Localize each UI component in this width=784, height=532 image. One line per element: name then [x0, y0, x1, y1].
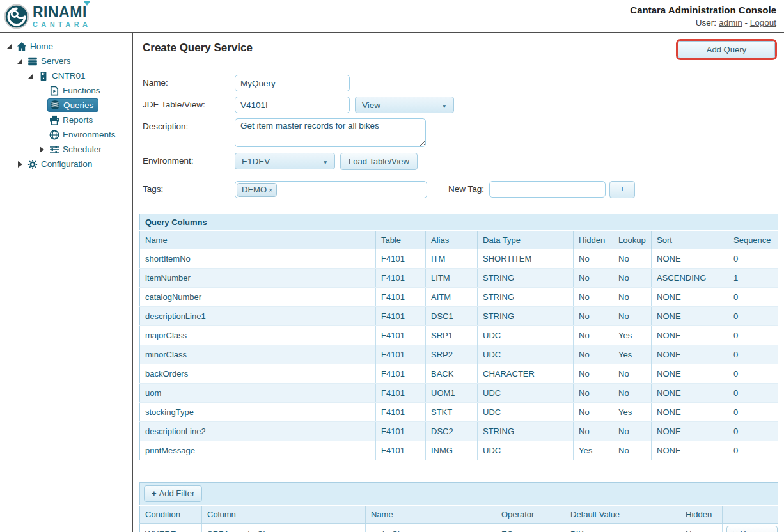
tags-row: Tags: DEMO × New Tag: +: [139, 181, 778, 198]
cell: UDC: [478, 403, 574, 422]
collapse-arrow-icon[interactable]: [27, 72, 36, 80]
tags-label: Tags:: [143, 181, 235, 194]
cell: SRP1 - majorClass: [202, 524, 366, 532]
add-filter-button[interactable]: +Add Filter: [144, 485, 202, 502]
cell: UDC: [478, 441, 574, 460]
table-view-input[interactable]: [235, 97, 350, 113]
app-header: RINAMI CANTARA Cantara Administration Co…: [0, 0, 784, 33]
cell: 0: [728, 288, 778, 307]
user-link[interactable]: admin: [719, 18, 742, 27]
cell: ASCENDING: [652, 269, 728, 288]
cell: No: [574, 384, 613, 403]
filters-toolbar: +Add Filter: [140, 483, 778, 506]
cell: No: [613, 269, 652, 288]
table-view-row: JDE Table/View: View: [139, 97, 778, 113]
new-tag-label: New Tag:: [448, 181, 484, 194]
cell: WHERE: [140, 524, 202, 532]
cell: NONE: [652, 441, 728, 460]
query-column-row[interactable]: stockingTypeF4101STKTUDCNoYesNONE0: [140, 403, 778, 422]
rinami-logo-icon: [4, 4, 29, 29]
environments-icon: [49, 130, 59, 140]
column-header: Data Type: [478, 231, 574, 249]
cell: itemNumber: [140, 269, 376, 288]
user-separator: -: [744, 18, 748, 27]
environment-value: E1DEV: [242, 157, 270, 166]
description-row: Description: Get item master records for…: [139, 118, 778, 147]
logo-triangle-icon: [84, 1, 90, 6]
cell: No: [613, 288, 652, 307]
sidebar-item-scheduler[interactable]: Scheduler: [0, 142, 132, 157]
query-column-row[interactable]: catalogNumberF4101AITMSTRINGNoNoNONE0: [140, 288, 778, 307]
logo[interactable]: RINAMI CANTARA: [4, 0, 91, 32]
query-column-row[interactable]: majorClassF4101SRP1UDCNoYesNONE0: [140, 326, 778, 345]
query-column-row[interactable]: descriptionLine2F4101DSC2STRINGNoNoNONE0: [140, 422, 778, 441]
cell: No: [574, 249, 613, 269]
sidebar-item-cntr01[interactable]: CNTR01: [0, 68, 132, 83]
collapse-arrow-icon[interactable]: [16, 58, 26, 65]
cell: printMessage: [140, 441, 376, 460]
tags-input[interactable]: DEMO ×: [235, 181, 427, 198]
add-tag-button[interactable]: +: [609, 181, 635, 198]
new-tag-input[interactable]: [489, 181, 606, 198]
name-input[interactable]: [235, 75, 350, 91]
table-view-type-value: View: [362, 100, 380, 110]
cell: majorClass: [366, 524, 496, 532]
cell: Yes: [613, 403, 652, 422]
title-row: Create Query Service Add Query: [139, 39, 778, 58]
query-column-row[interactable]: descriptionLine1F4101DSC1STRINGNoNoNONE0: [140, 307, 778, 326]
cell: NONE: [652, 326, 728, 345]
load-table-view-button[interactable]: Load Table/View: [340, 153, 418, 170]
column-header: Hidden: [680, 505, 723, 524]
logout-link[interactable]: Logout: [750, 18, 776, 27]
query-column-row[interactable]: minorClassF4101SRP2UDCNoYesNONE0: [140, 345, 778, 364]
column-header: Name: [140, 231, 376, 249]
sidebar-item-configuration[interactable]: Configuration: [0, 157, 132, 171]
tree-spacer: [38, 116, 47, 124]
sidebar-item-servers[interactable]: Servers: [0, 54, 132, 68]
expand-arrow-icon[interactable]: [16, 160, 26, 168]
cell: catalogNumber: [140, 288, 376, 307]
table-view-type-select[interactable]: View: [355, 97, 454, 113]
scheduler-icon: [49, 145, 59, 155]
cell: No: [574, 288, 613, 307]
dropdown-arrow-icon: [442, 100, 447, 110]
cell: minorClass: [140, 345, 376, 364]
column-header: Operator: [496, 505, 565, 524]
logo-rinami-text: RINAMI: [33, 5, 91, 20]
app-title: Cantara Administration Console: [630, 4, 776, 15]
query-column-row[interactable]: uomF4101UOM1UDCNoNoNONE0: [140, 384, 778, 403]
environment-select[interactable]: E1DEV: [235, 153, 335, 169]
sidebar-item-queries[interactable]: Queries: [0, 98, 132, 113]
query-column-row[interactable]: backOrdersF4101BACKCHARACTERNoNoNONE0: [140, 364, 778, 384]
collapse-arrow-icon[interactable]: [5, 43, 15, 51]
sidebar-item-environments[interactable]: Environments: [0, 127, 132, 142]
description-textarea[interactable]: Get item master records for all bikes: [235, 118, 426, 147]
query-column-row[interactable]: itemNumberF4101LITMSTRINGNoNoASCENDING1: [140, 269, 778, 288]
cell: F4101: [376, 364, 426, 384]
remove-filter-button[interactable]: ×Remove: [726, 526, 778, 532]
page-title: Create Query Service: [143, 42, 253, 54]
query-columns-table: Query Columns NameTableAliasData TypeHid…: [139, 214, 778, 460]
sidebar-item-functions[interactable]: Functions: [0, 83, 132, 98]
add-query-button[interactable]: Add Query: [678, 41, 775, 58]
name-label: Name:: [143, 75, 235, 88]
cell: uom: [140, 384, 376, 403]
cell: No: [574, 269, 613, 288]
tree-item-content: Environments: [47, 129, 120, 141]
cell: NONE: [652, 384, 728, 403]
cell: 0: [728, 422, 778, 441]
tag-remove-icon[interactable]: ×: [269, 186, 272, 194]
reports-icon: [49, 115, 59, 125]
cell: UDC: [478, 384, 574, 403]
expand-arrow-icon[interactable]: [38, 146, 47, 153]
filters-table: +Add Filter ConditionColumnNameOperatorD…: [139, 482, 778, 532]
sidebar-item-reports[interactable]: Reports: [0, 113, 132, 127]
cell: F4101: [376, 384, 426, 403]
user-label: User:: [696, 18, 716, 27]
tree-item-content: Configuration: [26, 158, 96, 171]
query-column-row[interactable]: shortItemNoF4101ITMSHORTITEMNoNoNONE0: [140, 249, 778, 269]
cell: 0: [728, 441, 778, 460]
sidebar-item-home[interactable]: Home: [0, 39, 132, 54]
query-column-row[interactable]: printMessageF4101INMGUDCYesNoNONE0: [140, 441, 778, 460]
cell: No: [574, 403, 613, 422]
